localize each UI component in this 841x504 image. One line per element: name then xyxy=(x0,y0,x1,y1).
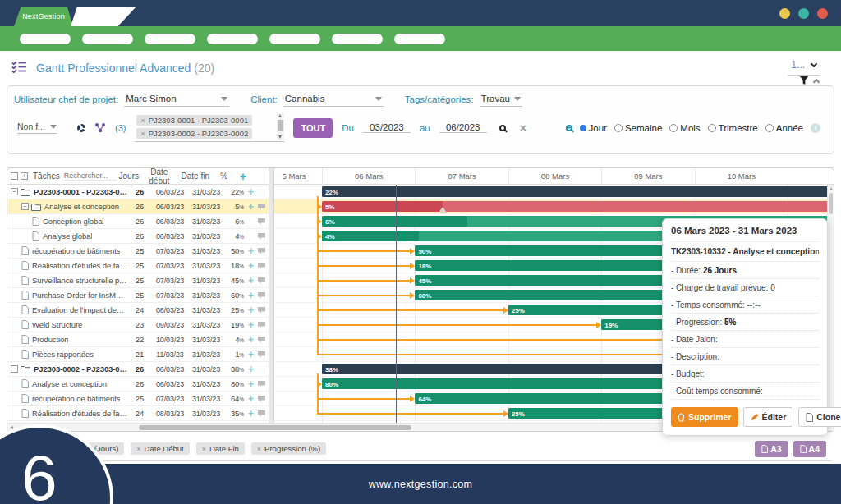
column-chip[interactable]: ×Date Fin xyxy=(196,442,245,455)
column-chip[interactable]: ×Progression (%) xyxy=(251,442,326,455)
add-subtask-icon[interactable]: + xyxy=(246,336,256,344)
export-a3-button[interactable]: A3 xyxy=(755,441,788,457)
remove-chip-icon[interactable]: × xyxy=(202,445,206,453)
comment-icon[interactable] xyxy=(256,203,267,211)
gantt-bar[interactable]: 5% xyxy=(322,201,827,212)
view-option-semaine[interactable]: Semaine xyxy=(614,123,662,133)
table-row[interactable]: Analyse global2606/03/2331/03/234% xyxy=(7,229,269,244)
scroll-down-icon[interactable] xyxy=(278,135,282,139)
nav-pill[interactable] xyxy=(82,34,133,44)
minimize-icon[interactable] xyxy=(779,8,790,19)
comment-icon[interactable] xyxy=(256,306,267,314)
collapse-all-icon[interactable]: − xyxy=(11,172,18,180)
comment-icon[interactable] xyxy=(256,395,267,403)
add-subtask-icon[interactable]: + xyxy=(246,262,256,270)
progress-handle-icon[interactable] xyxy=(439,207,447,213)
remove-chip-icon[interactable]: × xyxy=(136,445,140,453)
nav-pill[interactable] xyxy=(332,34,383,44)
comment-icon[interactable] xyxy=(256,277,267,285)
maximize-icon[interactable] xyxy=(798,8,809,19)
close-icon[interactable] xyxy=(817,8,828,19)
remove-tag-icon[interactable]: × xyxy=(140,117,145,125)
radio-icon[interactable] xyxy=(708,124,716,132)
table-row[interactable]: −PJ2303-0002 - PJ2303-00022606/03/2331/0… xyxy=(7,362,269,377)
collapse-icon[interactable]: − xyxy=(11,188,18,195)
table-row[interactable]: Analyse et conception2606/03/2331/03/238… xyxy=(7,377,269,392)
view-option-mois[interactable]: Mois xyxy=(669,123,700,133)
edit-button[interactable]: Éditer xyxy=(743,407,794,427)
table-row[interactable]: Réalisation d'études de faisabilité2408/… xyxy=(7,406,269,421)
comment-icon[interactable] xyxy=(256,218,267,226)
view-option-année[interactable]: Année xyxy=(765,123,803,133)
search-icon[interactable] xyxy=(499,125,506,131)
gantt-vertical-scrollbar[interactable] xyxy=(827,185,834,423)
add-subtask-icon[interactable]: + xyxy=(246,351,256,359)
table-row[interactable]: récupération de bâtiments2507/03/2331/03… xyxy=(7,392,269,406)
table-row[interactable]: Conception global2606/03/2331/03/236% xyxy=(7,214,269,229)
radio-icon[interactable] xyxy=(765,124,774,132)
comment-icon[interactable] xyxy=(256,262,267,270)
collapse-icon[interactable]: − xyxy=(11,365,18,373)
comment-icon[interactable] xyxy=(256,351,267,359)
add-subtask-icon[interactable]: + xyxy=(246,203,256,211)
remove-tag-icon[interactable]: × xyxy=(140,130,145,138)
task-search-input[interactable] xyxy=(64,172,117,181)
radio-icon[interactable] xyxy=(580,125,586,131)
comment-icon[interactable] xyxy=(256,232,267,241)
project-multiselect[interactable]: ×PJ2303-0001 - PJ2303-0001×PJ2303-0002 -… xyxy=(135,113,284,142)
view-option-trimestre[interactable]: Trimestre xyxy=(708,123,758,133)
table-row[interactable]: Purchase Order for InsMotors2507/03/2331… xyxy=(7,288,269,303)
table-row[interactable]: Pièces rapportées2111/03/2331/03/231%+ xyxy=(7,347,269,362)
column-chip[interactable]: ×Date Début xyxy=(131,442,189,455)
scroll-up-icon[interactable] xyxy=(278,114,282,117)
scroll-up-icon[interactable] xyxy=(830,187,833,190)
add-subtask-icon[interactable]: + xyxy=(246,247,256,255)
radio-icon[interactable] xyxy=(614,124,623,132)
pane-splitter[interactable] xyxy=(269,168,274,431)
gantt-bar[interactable]: 22% xyxy=(322,186,827,197)
table-row[interactable]: Weld Structure2309/03/2331/03/2319%+ xyxy=(7,318,269,332)
column-header-pct[interactable]: % xyxy=(214,172,235,181)
comment-icon[interactable] xyxy=(256,410,267,418)
page-selector[interactable]: 1... xyxy=(788,59,820,76)
zoom-in-icon[interactable] xyxy=(566,125,572,131)
add-task-icon[interactable]: + xyxy=(235,172,251,181)
brand-tab[interactable]: NextGestion xyxy=(14,7,73,26)
remove-chip-icon[interactable]: × xyxy=(257,445,261,453)
gear-icon[interactable] xyxy=(77,124,85,132)
add-subtask-icon[interactable]: + xyxy=(246,395,256,403)
multiselect-scrollbar[interactable] xyxy=(277,113,284,140)
add-subtask-icon[interactable]: + xyxy=(246,380,256,388)
comment-icon[interactable] xyxy=(256,321,267,329)
filter-toggle[interactable] xyxy=(799,76,819,85)
nav-pill[interactable] xyxy=(145,34,195,44)
collapse-icon[interactable]: − xyxy=(21,203,29,210)
expand-all-icon[interactable]: + xyxy=(21,172,28,180)
project-tag[interactable]: ×PJ2303-0001 - PJ2303-0001 xyxy=(136,115,252,126)
nav-pill[interactable] xyxy=(269,34,320,44)
scroll-thumb[interactable] xyxy=(278,120,283,131)
column-header-jours[interactable]: Jours xyxy=(117,172,141,181)
date-from-input[interactable] xyxy=(363,122,411,133)
nav-pill[interactable] xyxy=(394,34,445,44)
table-row[interactable]: Réalisation d'études de faisabilité2507/… xyxy=(7,259,269,273)
scroll-thumb[interactable] xyxy=(139,425,411,430)
radio-icon[interactable] xyxy=(669,124,678,132)
add-subtask-icon[interactable]: + xyxy=(246,365,256,373)
add-subtask-icon[interactable]: + xyxy=(246,277,256,285)
delete-button[interactable]: Supprimer xyxy=(671,407,738,427)
nav-pill[interactable] xyxy=(20,34,71,44)
comment-icon[interactable] xyxy=(256,336,267,344)
column-header-debut[interactable]: Date début xyxy=(141,167,177,186)
clone-button[interactable]: Cloner xyxy=(798,407,841,427)
table-row[interactable]: Evaluation de l'impact des infras...2408… xyxy=(7,303,269,318)
clear-search-icon[interactable]: × xyxy=(520,121,526,135)
filter-select[interactable]: Travau xyxy=(480,94,522,107)
filter-mode-select[interactable]: Non f... xyxy=(17,121,57,134)
comment-icon[interactable] xyxy=(256,291,267,300)
export-a4-button[interactable]: A4 xyxy=(793,441,826,457)
table-row[interactable]: Production2210/03/2331/03/234%+ xyxy=(7,332,269,347)
add-subtask-icon[interactable]: + xyxy=(246,306,256,314)
table-row[interactable]: −Analyse et conception2606/03/2331/03/23… xyxy=(7,199,269,214)
comment-icon[interactable] xyxy=(256,380,267,388)
